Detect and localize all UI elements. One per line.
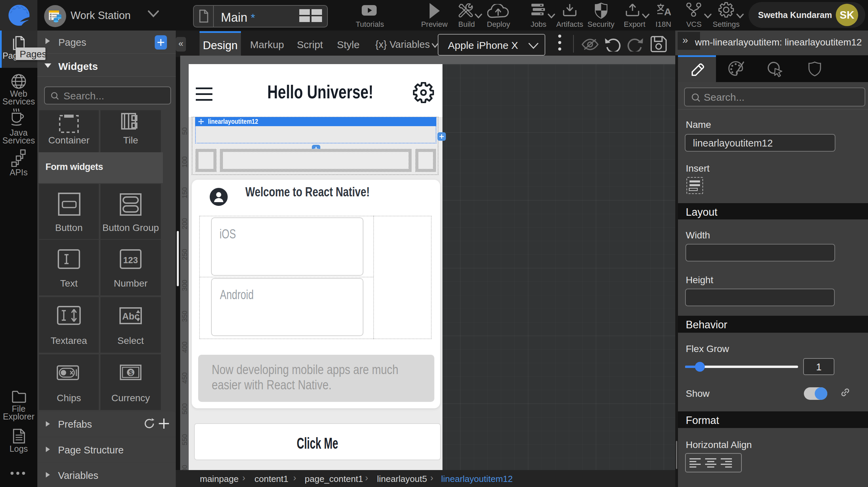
svg-text:$: $ xyxy=(129,369,133,376)
svg-text:A: A xyxy=(664,6,671,16)
svg-text:123: 123 xyxy=(123,255,138,265)
